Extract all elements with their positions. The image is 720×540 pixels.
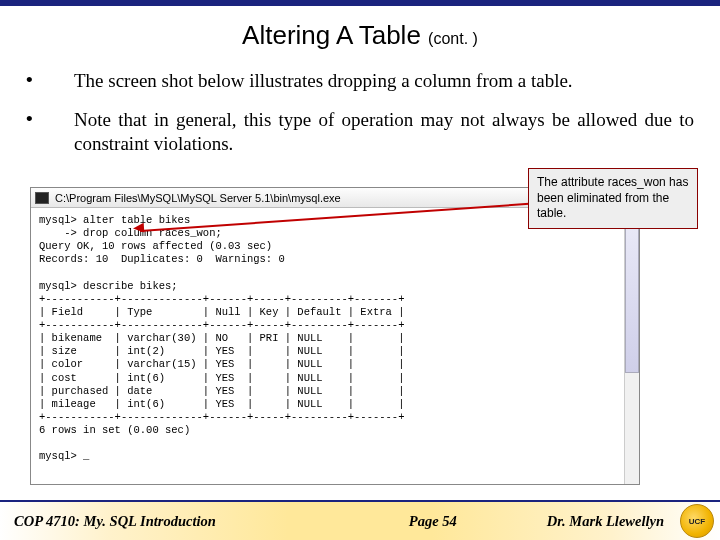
terminal-icon (35, 192, 49, 204)
bullet-marker: • (26, 108, 74, 157)
slide-title: Altering A Table (cont. ) (0, 20, 720, 51)
annotation-arrow-head (133, 223, 145, 234)
slide-footer: COP 4710: My. SQL Introduction Page 54 D… (0, 500, 720, 540)
title-main: Altering A Table (242, 20, 421, 50)
title-cont: (cont. ) (428, 30, 478, 47)
bullet-text: The screen shot below illustrates droppi… (74, 69, 694, 94)
scrollbar[interactable]: ▲ (624, 208, 639, 484)
ucf-logo: UCF (680, 504, 714, 538)
footer-page: Page 54 (409, 513, 457, 530)
footer-course: COP 4710: My. SQL Introduction (14, 513, 409, 530)
terminal-body: mysql> alter table bikes -> drop column … (31, 208, 639, 466)
bullet-item: • The screen shot below illustrates drop… (26, 69, 694, 94)
annotation-callout: The attribute races_won has been elimina… (528, 168, 698, 229)
scroll-thumb[interactable] (625, 223, 639, 373)
terminal-screenshot: C:\Program Files\MySQL\MySQL Server 5.1\… (30, 187, 640, 485)
bullet-marker: • (26, 69, 74, 94)
bullet-item: • Note that in general, this type of ope… (26, 108, 694, 157)
bullet-list: • The screen shot below illustrates drop… (0, 69, 720, 157)
top-accent-bar (0, 0, 720, 6)
footer-author: Dr. Mark Llewellyn (547, 513, 664, 530)
logo-text: UCF (689, 517, 705, 526)
bullet-text: Note that in general, this type of opera… (74, 108, 694, 157)
terminal-path: C:\Program Files\MySQL\MySQL Server 5.1\… (55, 192, 341, 204)
